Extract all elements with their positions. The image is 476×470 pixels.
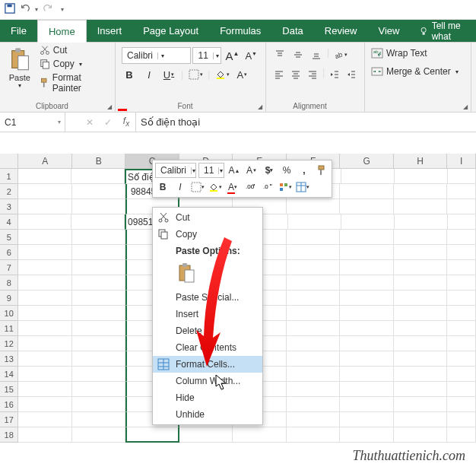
- cell[interactable]: [18, 306, 71, 321]
- cell[interactable]: [340, 412, 393, 427]
- align-center-icon[interactable]: [289, 67, 303, 82]
- cell[interactable]: [448, 214, 476, 230]
- underline-button[interactable]: U▾: [161, 67, 176, 82]
- row-head-8[interactable]: 8: [0, 275, 18, 291]
- row-head-16[interactable]: 16: [0, 397, 18, 412]
- cell[interactable]: [394, 275, 447, 291]
- cell[interactable]: [447, 382, 476, 397]
- cell[interactable]: [18, 351, 71, 367]
- cell[interactable]: [394, 367, 447, 382]
- mini-fill-button[interactable]: ▾: [208, 179, 223, 195]
- cell[interactable]: [340, 351, 393, 367]
- cell[interactable]: [18, 427, 71, 443]
- grow-font-icon[interactable]: A▲: [223, 49, 241, 62]
- border-button[interactable]: ▾: [188, 67, 203, 82]
- wrap-text-button[interactable]: ab Wrap Text: [370, 44, 466, 62]
- tab-file[interactable]: File: [0, 20, 37, 42]
- cell[interactable]: [72, 199, 125, 214]
- cell[interactable]: [72, 321, 125, 336]
- cell[interactable]: [340, 291, 393, 306]
- cell[interactable]: [233, 427, 286, 443]
- cell[interactable]: [72, 275, 125, 291]
- cell[interactable]: [72, 427, 125, 443]
- cell[interactable]: [340, 199, 393, 214]
- cell[interactable]: [340, 367, 393, 382]
- cell[interactable]: [394, 351, 447, 367]
- tab-review[interactable]: Review: [314, 20, 368, 42]
- cell[interactable]: [340, 336, 393, 351]
- cell[interactable]: [287, 275, 340, 291]
- cell[interactable]: [447, 351, 476, 367]
- mini-shrink-font-icon[interactable]: A▼: [244, 163, 259, 178]
- cell[interactable]: [394, 412, 447, 427]
- cell[interactable]: [394, 199, 447, 214]
- cell[interactable]: [340, 245, 393, 260]
- cell[interactable]: [72, 351, 125, 367]
- cell[interactable]: [72, 336, 125, 351]
- font-color-button[interactable]: A▾: [234, 67, 249, 82]
- cell[interactable]: [72, 412, 125, 427]
- cell[interactable]: [287, 291, 340, 306]
- cancel-formula-icon[interactable]: ✕: [81, 117, 99, 128]
- cell[interactable]: [125, 427, 179, 443]
- cell[interactable]: [287, 199, 340, 214]
- cell[interactable]: [394, 230, 447, 245]
- italic-button[interactable]: I: [141, 67, 157, 82]
- row-head-6[interactable]: 6: [0, 245, 18, 260]
- cell[interactable]: [447, 275, 476, 291]
- cm-cut[interactable]: Cut: [153, 209, 262, 226]
- undo-icon[interactable]: [20, 3, 30, 16]
- row-head-7[interactable]: 7: [0, 260, 18, 275]
- cell[interactable]: [18, 321, 71, 336]
- fill-color-button[interactable]: ▾: [214, 67, 230, 82]
- tab-data[interactable]: Data: [271, 20, 313, 42]
- decrease-indent-icon[interactable]: [328, 67, 341, 82]
- save-icon[interactable]: [5, 3, 15, 16]
- alignment-launcher-icon[interactable]: ◢: [463, 103, 468, 110]
- cell[interactable]: [287, 245, 340, 260]
- cell[interactable]: [447, 367, 476, 382]
- accept-formula-icon[interactable]: ✓: [99, 117, 117, 128]
- col-head-h[interactable]: H: [394, 154, 447, 169]
- cell[interactable]: [71, 214, 125, 230]
- cm-copy[interactable]: Copy: [153, 226, 262, 243]
- undo-dropdown-icon[interactable]: ▾: [35, 6, 38, 13]
- cell[interactable]: [287, 321, 340, 336]
- cell[interactable]: [394, 321, 447, 336]
- row-head-17[interactable]: 17: [0, 412, 18, 427]
- mini-italic-button[interactable]: I: [173, 179, 188, 195]
- cell[interactable]: [447, 291, 476, 306]
- cell[interactable]: [18, 169, 71, 184]
- cell[interactable]: [72, 260, 125, 275]
- cell[interactable]: [447, 306, 476, 321]
- paste-button[interactable]: Paste ▾: [5, 44, 35, 94]
- cell[interactable]: [18, 275, 71, 291]
- tell-me[interactable]: Tell me what: [410, 20, 476, 42]
- row-head-1[interactable]: 1: [0, 169, 18, 184]
- cell[interactable]: [340, 382, 393, 397]
- cell[interactable]: [287, 382, 340, 397]
- row-head-4[interactable]: 4: [0, 214, 18, 230]
- cell[interactable]: [287, 397, 340, 412]
- cm-delete[interactable]: Delete: [153, 322, 262, 339]
- cell[interactable]: [340, 397, 393, 412]
- cell[interactable]: [287, 367, 340, 382]
- cm-hide[interactable]: Hide: [153, 389, 262, 406]
- row-head-11[interactable]: 11: [0, 321, 18, 336]
- cell[interactable]: [340, 230, 393, 245]
- cm-paste-default[interactable]: [153, 259, 262, 289]
- mini-border-button[interactable]: ▾: [190, 179, 205, 195]
- tab-page-layout[interactable]: Page Layout: [132, 20, 209, 42]
- cell[interactable]: [18, 184, 71, 199]
- row-head-5[interactable]: 5: [0, 230, 18, 245]
- cell[interactable]: [394, 291, 447, 306]
- cell[interactable]: [394, 397, 447, 412]
- font-name-combo[interactable]: Calibri ▾: [122, 47, 191, 64]
- cell[interactable]: [394, 245, 447, 260]
- row-head-3[interactable]: 3: [0, 199, 18, 214]
- cell[interactable]: [447, 427, 476, 443]
- row-head-2[interactable]: 2: [0, 184, 18, 199]
- cell[interactable]: [447, 184, 476, 199]
- select-all-corner[interactable]: [0, 154, 18, 169]
- cell[interactable]: [341, 169, 395, 184]
